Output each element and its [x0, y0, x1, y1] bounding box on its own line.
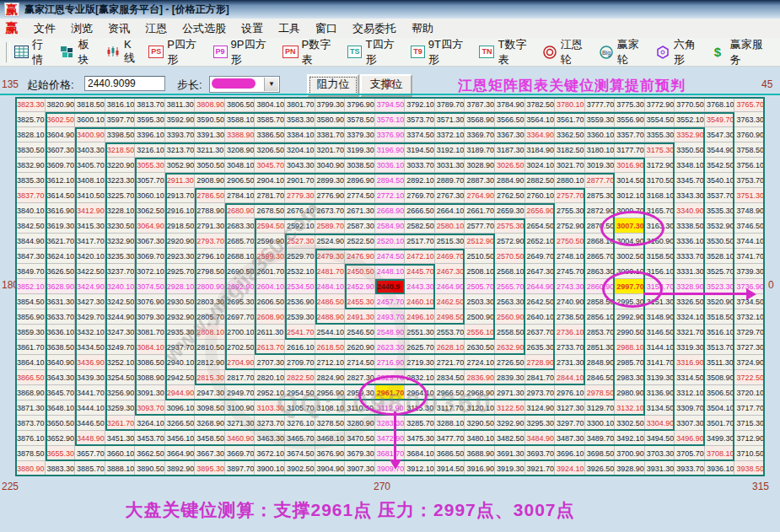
svg-text:$: $ [714, 46, 722, 59]
grid-cell: 3033.70 [405, 158, 435, 173]
start-price-input[interactable]: 2440.9099 [84, 76, 165, 91]
grid-cell: 2834.50 [435, 370, 465, 385]
grid-cell: 3607.30 [46, 142, 76, 158]
grid-cell: 3384.10 [285, 127, 315, 142]
chevron-down-icon[interactable]: ▼ [264, 78, 278, 91]
grid-cell: 3256.90 [105, 385, 136, 400]
menu-item[interactable]: 工具 [271, 19, 308, 38]
grid-cell: 3108.10 [315, 400, 346, 416]
grid-cell: 3009.70 [615, 203, 645, 218]
grid-cell: 3573.70 [405, 112, 435, 127]
toolbar-button[interactable]: K线 [106, 38, 141, 66]
grid-cell: 2978.50 [585, 385, 616, 400]
grid-cell: 2601.70 [255, 264, 285, 279]
grid-cell: 2584.90 [375, 218, 406, 234]
grid-cell: 3424.90 [75, 279, 105, 294]
grid-cell: 2767.30 [435, 188, 465, 203]
grid-cell: 3520.90 [705, 294, 735, 309]
banner-text: 江恩矩阵图表关键位测算提前预判 [458, 76, 686, 95]
grid-cell: 3597.70 [105, 112, 136, 127]
grid-cell: 3772.90 [645, 97, 675, 112]
toolbar-button[interactable]: PSP四方形 [148, 37, 205, 67]
menu-item[interactable]: 交易委托 [345, 19, 404, 38]
grid-cell: 3739.30 [734, 264, 765, 279]
toolbar-button[interactable]: 板块 [60, 37, 98, 67]
grid-cell: 3088.90 [135, 370, 165, 385]
toolbar-button[interactable]: Big赢家轮 [600, 37, 648, 67]
grid-cell: 3309.70 [675, 400, 705, 416]
toolbar-button[interactable]: TST四方形 [347, 37, 403, 67]
grid-cell: 3883.30 [46, 461, 76, 476]
grid-cell: 2673.70 [315, 203, 346, 218]
grid-cell: 3504.10 [705, 400, 735, 416]
grid-cell: 3129.70 [585, 400, 616, 416]
grid-cell: 3715.30 [734, 416, 765, 431]
grid-cell: 3427.30 [75, 294, 105, 309]
grid-cell: 3048.10 [225, 158, 256, 173]
grid-cell: 3060.10 [135, 188, 165, 203]
grid-cell: 2896.90 [345, 173, 375, 188]
grid-cell: 2512.90 [465, 234, 495, 249]
toolbar-button[interactable]: 行情 [14, 37, 52, 67]
grid-cell: 2714.50 [345, 355, 375, 370]
grid-cell: 3242.50 [105, 294, 136, 309]
grid-cell: 3931.30 [645, 461, 675, 476]
grid-cell: 3237.70 [105, 264, 136, 279]
toolbar-button[interactable]: TNT数字表 [479, 37, 535, 67]
toolbar-button[interactable]: 江恩轮 [543, 37, 592, 67]
toolbar-button[interactable]: P99P四方形 [213, 37, 275, 67]
grid-cell: 3825.70 [15, 112, 46, 127]
grid-cell: 3885.70 [75, 461, 105, 476]
grid-cell: 3285.70 [405, 416, 435, 431]
grid-cell: 3643.30 [46, 370, 76, 385]
grid-cell: 3508.90 [705, 370, 735, 385]
grid-cell: 2637.70 [525, 325, 556, 340]
grid-cell: 3264.10 [135, 416, 165, 431]
grid-cell: 2635.30 [525, 340, 556, 355]
grid-cell: 3283.30 [375, 416, 406, 431]
toolbar-button[interactable]: $赢家服务 [713, 37, 772, 67]
toolbar-button-label: T数字表 [498, 37, 535, 67]
menu-item[interactable]: 窗口 [308, 19, 345, 38]
grid-cell: 2467.30 [435, 264, 465, 279]
grid-cell: 2815.30 [195, 370, 225, 385]
grid-cell: 2772.10 [375, 188, 406, 203]
grid-cell: 3717.70 [734, 400, 765, 416]
grid-cell: 3859.30 [15, 325, 46, 340]
grid-cell: 2860.90 [585, 279, 616, 294]
grid-cell: 3139.30 [645, 370, 675, 385]
grid-cell: 3312.10 [675, 385, 705, 400]
grid-cell: 2668.90 [375, 203, 406, 218]
grid-cell: 2976.10 [555, 385, 585, 400]
grid-cell: 2757.70 [555, 188, 585, 203]
menu-item[interactable]: 设置 [234, 19, 271, 38]
menu-item[interactable]: 帮助 [404, 19, 441, 38]
toolbar-button[interactable]: T99T四方形 [411, 37, 471, 67]
menu-bar: 赢 文件浏览资讯江恩公式选股设置工具窗口交易委托帮助 [0, 19, 780, 39]
menu-item[interactable]: 江恩 [137, 19, 175, 38]
grid-cell: 3628.90 [46, 279, 76, 294]
grid-cell: 2491.30 [345, 309, 375, 325]
menu-item[interactable]: 浏览 [63, 19, 100, 38]
grid-cell: 2700.10 [225, 325, 256, 340]
grid-cell: 2560.90 [495, 309, 525, 325]
grid-cell: 2988.10 [615, 340, 645, 355]
menu-item[interactable]: 文件 [26, 19, 63, 38]
grid-cell: 3492.10 [615, 431, 645, 446]
toolbar-button[interactable]: 六角形 [656, 37, 705, 67]
grid-cell: 3225.70 [105, 188, 136, 203]
grid-cell: 3796.90 [345, 97, 375, 112]
grid-cell: 2551.30 [405, 325, 435, 340]
grid-cell: 3585.70 [255, 112, 285, 127]
grid-cell: 2844.10 [555, 370, 585, 385]
grid-cell: 2565.70 [495, 279, 525, 294]
toolbar-button[interactable]: PNP数字表 [282, 37, 340, 67]
grid-cell: 2464.90 [435, 279, 465, 294]
step-dropdown[interactable]: ▼ [209, 76, 280, 93]
grid-cell: 3523.30 [705, 279, 735, 294]
menu-item[interactable]: 公式选股 [175, 19, 234, 38]
grid-cell: 3626.50 [46, 264, 76, 279]
grid-cell: 2534.50 [285, 279, 315, 294]
grid-cell: 2450.50 [345, 264, 375, 279]
menu-item[interactable]: 资讯 [100, 19, 137, 38]
